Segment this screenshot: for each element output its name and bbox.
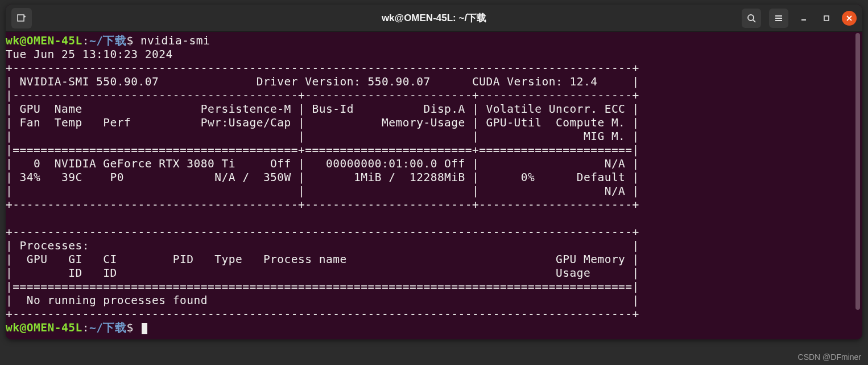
scrollbar[interactable] — [854, 32, 861, 339]
output-line: | GPU Name Persistence-M | Bus-Id Disp.A… — [6, 102, 639, 116]
output-line: |=======================================… — [6, 143, 639, 157]
prompt-dollar: $ — [126, 321, 133, 334]
command-text: nvidia-smi — [140, 34, 210, 47]
minimize-button[interactable] — [796, 11, 811, 26]
output-line: | | | MIG M. | — [6, 130, 639, 143]
output-line: |---------------------------------------… — [6, 89, 639, 102]
maximize-icon — [823, 15, 830, 22]
prompt-user: wk@OMEN-45L — [6, 34, 82, 47]
search-button[interactable] — [742, 9, 761, 28]
output-timestamp: Tue Jun 25 13:10:23 2024 — [6, 48, 173, 61]
search-icon — [747, 14, 756, 23]
output-line: | Fan Temp Perf Pwr:Usage/Cap | Memory-U… — [6, 116, 639, 129]
output-line: | 0 NVIDIA GeForce RTX 3080 Ti Off | 000… — [6, 157, 639, 170]
output-line: +---------------------------------------… — [6, 307, 639, 321]
output-line: | NVIDIA-SMI 550.90.07 Driver Version: 5… — [6, 75, 639, 88]
prompt-path: ~/下载 — [89, 34, 126, 47]
prompt-dollar: $ — [126, 34, 133, 47]
cursor — [142, 323, 147, 334]
prompt-sep: : — [82, 34, 89, 47]
terminal-body[interactable]: wk@OMEN-45L:~/下载$ nvidia-smi Tue Jun 25 … — [6, 32, 862, 339]
svg-point-1 — [748, 15, 754, 20]
maximize-button[interactable] — [819, 11, 834, 26]
close-icon — [846, 15, 853, 22]
watermark: CSDN @DFminer — [798, 352, 861, 362]
output-line: |=======================================… — [6, 280, 639, 293]
output-line: | GPU GI CI PID Type Process name GPU Me… — [6, 253, 639, 266]
menu-button[interactable] — [769, 9, 788, 28]
svg-line-2 — [753, 20, 755, 22]
output-line: | | | N/A | — [6, 184, 639, 198]
scrollbar-thumb[interactable] — [855, 33, 860, 310]
close-button[interactable] — [842, 11, 857, 26]
output-line: | No running processes found | — [6, 294, 639, 307]
output-line: +---------------------------------------… — [6, 61, 639, 75]
svg-rect-7 — [824, 16, 829, 20]
output-line: | Processes: | — [6, 239, 639, 252]
output-line: | 34% 39C P0 N/A / 350W | 1MiB / 12288Mi… — [6, 171, 639, 184]
output-line: | ID ID Usage | — [6, 266, 639, 280]
window-title: wk@OMEN-45L: ~/下载 — [6, 11, 862, 24]
titlebar: wk@OMEN-45L: ~/下载 — [6, 5, 862, 32]
output-line — [6, 212, 625, 225]
svg-rect-0 — [18, 15, 24, 21]
new-tab-icon — [16, 13, 27, 23]
output-line: +---------------------------------------… — [6, 198, 639, 211]
hamburger-icon — [774, 14, 783, 23]
output-line: +---------------------------------------… — [6, 225, 639, 239]
minimize-icon — [800, 15, 807, 22]
prompt-user: wk@OMEN-45L — [6, 321, 82, 334]
new-tab-button[interactable] — [11, 8, 32, 28]
prompt-path: ~/下载 — [89, 321, 126, 334]
prompt-sep: : — [82, 321, 89, 334]
terminal-window: wk@OMEN-45L: ~/下载 — [6, 5, 862, 339]
